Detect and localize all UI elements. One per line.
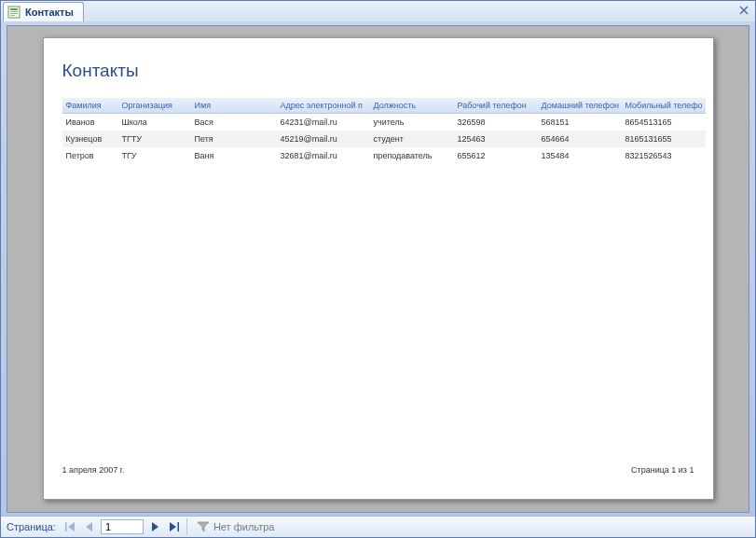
svg-marker-8 [68, 522, 75, 531]
col-header: Организация [118, 98, 191, 114]
cell: 32681@mail.ru [277, 147, 370, 164]
app-window: Контакты Контакты [0, 0, 756, 538]
filter-label: Нет фильтра [213, 521, 275, 532]
cell: 45219@mail.ru [277, 131, 370, 147]
cell: 125463 [454, 131, 538, 147]
filter-icon [197, 521, 210, 532]
svg-rect-2 [10, 11, 18, 12]
cell: 326598 [454, 114, 538, 131]
cell: 654664 [538, 131, 622, 147]
svg-rect-12 [177, 522, 179, 531]
report-table: Фамилия Организация Имя Адрес электронно… [62, 98, 706, 164]
svg-marker-10 [152, 522, 158, 531]
col-header: Домашний телефон [538, 98, 622, 114]
cell: Иванов [62, 114, 118, 131]
col-header: Фамилия [62, 98, 118, 114]
cell: Петров [62, 147, 118, 164]
table-row: Иванов Школа Вася 64231@mail.ru учитель … [62, 114, 706, 131]
footer-page: Страница 1 из 1 [631, 465, 694, 475]
svg-marker-9 [86, 522, 92, 531]
report-icon [7, 6, 21, 19]
cell: ТГТУ [118, 131, 191, 147]
separator [186, 518, 187, 535]
cell: 655612 [454, 147, 538, 164]
col-header: Рабочий телефон [454, 98, 538, 114]
close-tab-button[interactable] [736, 3, 751, 18]
cell: преподаватель [370, 147, 454, 164]
tab-label: Контакты [25, 7, 74, 18]
preview-area: Контакты Фамилия [1, 21, 755, 517]
svg-marker-11 [170, 522, 176, 531]
first-page-button[interactable] [62, 518, 80, 535]
cell: 8321526543 [622, 147, 706, 164]
svg-rect-7 [65, 522, 67, 531]
footer-date: 1 апреля 2007 г. [62, 465, 125, 475]
cell: 568151 [538, 114, 622, 131]
cell: Вася [191, 114, 277, 131]
prev-page-button[interactable] [80, 518, 99, 535]
cell: 64231@mail.ru [277, 114, 370, 131]
page-label: Страница: [1, 521, 62, 532]
tab-contacts[interactable]: Контакты [3, 2, 84, 21]
col-header: Имя [191, 98, 277, 114]
page-nav [62, 517, 183, 537]
last-page-button[interactable] [164, 518, 183, 535]
col-header: Адрес электронной п [277, 98, 370, 114]
cell: ТГУ [118, 147, 191, 164]
next-page-button[interactable] [145, 518, 164, 535]
report-footer: 1 апреля 2007 г. Страница 1 из 1 [62, 465, 694, 475]
table-row: Кузнецов ТГТУ Петя 45219@mail.ru студент… [62, 131, 706, 147]
col-header: Мобильный телефо [622, 98, 706, 114]
tab-strip: Контакты [1, 1, 755, 22]
cell: Ваня [191, 147, 277, 164]
cell: 135484 [538, 147, 622, 164]
cell: учитель [370, 114, 454, 131]
cell: Петя [191, 131, 277, 147]
svg-rect-3 [10, 13, 18, 14]
status-bar: Страница: Нет фильтра [1, 516, 755, 537]
cell: студент [370, 131, 454, 147]
preview-backdrop: Контакты Фамилия [7, 25, 749, 513]
report-title: Контакты [62, 61, 694, 81]
col-header: Должность [370, 98, 454, 114]
table-row: Петров ТГУ Ваня 32681@mail.ru преподават… [62, 147, 706, 164]
svg-rect-1 [10, 8, 18, 10]
svg-marker-13 [198, 522, 209, 531]
cell: Кузнецов [62, 131, 118, 147]
table-header-row: Фамилия Организация Имя Адрес электронно… [62, 98, 706, 114]
report-page: Контакты Фамилия [43, 37, 714, 500]
filter-indicator[interactable]: Нет фильтра [191, 521, 281, 532]
cell: 8654513165 [622, 114, 706, 131]
cell: 8165131655 [622, 131, 706, 147]
cell: Школа [118, 114, 191, 131]
page-number-input[interactable] [101, 519, 144, 534]
svg-rect-4 [10, 15, 15, 16]
